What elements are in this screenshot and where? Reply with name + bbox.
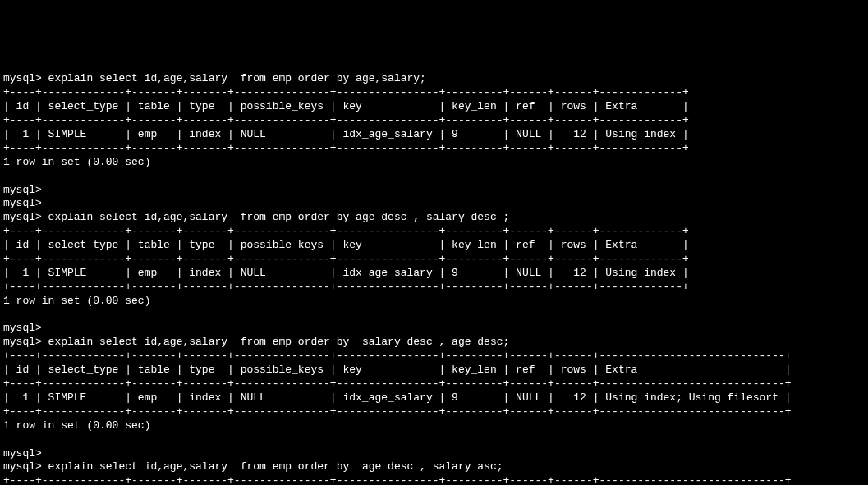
empty-prompt: mysql> <box>3 322 42 334</box>
prompt-line: mysql> explain select id,age,salary from… <box>3 460 503 473</box>
table-border: +----+-------------+-------+-------+----… <box>3 86 689 98</box>
sql-query: explain select id,age,salary from emp or… <box>42 336 510 348</box>
mysql-prompt: mysql> <box>3 72 42 85</box>
result-footer: 1 row in set (0.00 sec) <box>3 419 150 432</box>
empty-prompt: mysql> <box>3 197 42 209</box>
table-border: +----+-------------+-------+-------+----… <box>3 142 689 154</box>
table-border: +----+-------------+-------+-------+----… <box>3 405 792 418</box>
sql-query: explain select id,age,salary from emp or… <box>42 72 426 85</box>
table-border: +----+-------------+-------+-------+----… <box>3 350 792 362</box>
mysql-prompt: mysql> <box>3 460 42 473</box>
terminal-output[interactable]: mysql> explain select id,age,salary from… <box>3 59 865 485</box>
table-header: | id | select_type | table | type | poss… <box>3 100 689 112</box>
result-footer: 1 row in set (0.00 sec) <box>3 156 150 168</box>
prompt-line: mysql> explain select id,age,salary from… <box>3 336 509 348</box>
mysql-prompt: mysql> <box>3 336 42 348</box>
blank-line <box>3 170 10 182</box>
prompt-line: mysql> explain select id,age,salary from… <box>3 72 426 85</box>
prompt-line: mysql> explain select id,age,salary from… <box>3 211 509 223</box>
table-row: | 1 | SIMPLE | emp | index | NULL | idx_… <box>3 391 792 404</box>
table-row: | 1 | SIMPLE | emp | index | NULL | idx_… <box>3 267 689 279</box>
table-border: +----+-------------+-------+-------+----… <box>3 114 689 126</box>
result-footer: 1 row in set (0.00 sec) <box>3 295 150 307</box>
table-header: | id | select_type | table | type | poss… <box>3 364 792 376</box>
sql-query: explain select id,age,salary from emp or… <box>42 460 503 473</box>
empty-prompt: mysql> <box>3 447 42 460</box>
blank-line <box>3 433 10 446</box>
table-row: | 1 | SIMPLE | emp | index | NULL | idx_… <box>3 128 689 140</box>
empty-prompt: mysql> <box>3 184 42 196</box>
table-border: +----+-------------+-------+-------+----… <box>3 225 689 237</box>
table-border: +----+-------------+-------+-------+----… <box>3 474 792 485</box>
table-border: +----+-------------+-------+-------+----… <box>3 253 689 265</box>
mysql-prompt: mysql> <box>3 211 42 223</box>
blank-line <box>3 309 10 321</box>
table-border: +----+-------------+-------+-------+----… <box>3 281 689 293</box>
table-border: +----+-------------+-------+-------+----… <box>3 377 792 390</box>
table-header: | id | select_type | table | type | poss… <box>3 239 689 251</box>
sql-query: explain select id,age,salary from emp or… <box>42 211 510 223</box>
